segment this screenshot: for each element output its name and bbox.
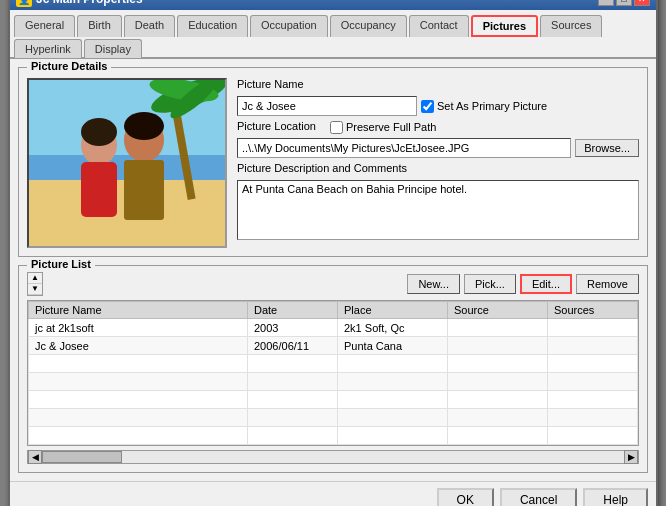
cell-place (338, 391, 448, 409)
pick-button[interactable]: Pick... (464, 274, 516, 294)
cell-name (29, 373, 248, 391)
col-picture-name: Picture Name (29, 302, 248, 319)
tab-sources[interactable]: Sources (540, 15, 602, 37)
cell-sources (548, 373, 638, 391)
scroll-track[interactable] (42, 451, 624, 463)
table-row[interactable] (29, 391, 638, 409)
cell-sources (548, 427, 638, 445)
preserve-path-label[interactable]: Preserve Full Path (330, 121, 436, 134)
picture-location-label: Picture Location (237, 120, 316, 132)
picture-name-label: Picture Name (237, 78, 639, 90)
cell-place: 2k1 Soft, Qc (338, 319, 448, 337)
scroll-thumb[interactable] (42, 451, 122, 463)
location-input-row: Browse... (237, 138, 639, 158)
cell-date (248, 373, 338, 391)
table-row[interactable]: jc at 2k1soft20032k1 Soft, Qc (29, 319, 638, 337)
cell-place: Punta Cana (338, 337, 448, 355)
picture-name-input[interactable] (237, 96, 417, 116)
tab-display[interactable]: Display (84, 39, 142, 58)
tab-occupancy[interactable]: Occupancy (330, 15, 407, 37)
cell-place (338, 409, 448, 427)
tab-occupation[interactable]: Occupation (250, 15, 328, 37)
table-header-row: Picture Name Date Place Source Sources (29, 302, 638, 319)
cell-place (338, 427, 448, 445)
cell-source (448, 427, 548, 445)
tabs-bar: General Birth Death Education Occupation… (10, 10, 656, 59)
picture-list-section: Picture List ▲ ▼ New... Pick... Edit... … (18, 265, 648, 473)
description-label-text: Picture Description and Comments (237, 162, 407, 174)
table-row[interactable]: Jc & Josee2006/06/11Punta Cana (29, 337, 638, 355)
cell-sources (548, 337, 638, 355)
tab-general[interactable]: General (14, 15, 75, 37)
scroll-left-button[interactable]: ◀ (28, 450, 42, 464)
maximize-button[interactable]: □ (616, 0, 632, 6)
close-button[interactable]: ✕ (634, 0, 650, 6)
cell-name (29, 427, 248, 445)
set-primary-label[interactable]: Set As Primary Picture (421, 100, 547, 113)
edit-button[interactable]: Edit... (520, 274, 572, 294)
browse-button[interactable]: Browse... (575, 139, 639, 157)
title-bar-left: 👤 Jc Main Properties (16, 0, 143, 7)
new-button[interactable]: New... (407, 274, 460, 294)
picture-details-label: Picture Details (27, 60, 111, 72)
cell-sources (548, 319, 638, 337)
tab-pictures[interactable]: Pictures (471, 15, 538, 37)
picture-table: Picture Name Date Place Source Sources j… (28, 301, 638, 445)
window-icon: 👤 (16, 0, 32, 7)
cell-date (248, 409, 338, 427)
ok-button[interactable]: OK (437, 488, 494, 506)
set-primary-checkbox[interactable] (421, 100, 434, 113)
cell-source (448, 337, 548, 355)
cell-name (29, 391, 248, 409)
svg-point-12 (124, 112, 164, 140)
picture-list-label: Picture List (27, 258, 95, 270)
preserve-path-checkbox[interactable] (330, 121, 343, 134)
set-primary-text: Set As Primary Picture (437, 100, 547, 112)
scroll-right-button[interactable]: ▶ (624, 450, 638, 464)
table-row[interactable] (29, 355, 638, 373)
bottom-bar: OK Cancel Help (10, 481, 656, 506)
cancel-button[interactable]: Cancel (500, 488, 577, 506)
picture-name-row: Set As Primary Picture (237, 96, 639, 116)
cell-sources (548, 355, 638, 373)
cell-place (338, 355, 448, 373)
picture-location-header: Picture Location Preserve Full Path (237, 120, 639, 134)
tab-education[interactable]: Education (177, 15, 248, 37)
picture-table-container: Picture Name Date Place Source Sources j… (27, 300, 639, 446)
horizontal-scrollbar[interactable]: ◀ ▶ (27, 450, 639, 464)
cell-source (448, 319, 548, 337)
cell-name: Jc & Josee (29, 337, 248, 355)
scroll-down-arrow[interactable]: ▼ (28, 284, 42, 295)
tab-contact[interactable]: Contact (409, 15, 469, 37)
photo-display (27, 78, 227, 248)
table-row[interactable] (29, 409, 638, 427)
main-content: Picture Details (10, 59, 656, 481)
scroll-arrows[interactable]: ▲ ▼ (27, 272, 43, 296)
help-button[interactable]: Help (583, 488, 648, 506)
description-label: Picture Description and Comments (237, 162, 639, 174)
main-window: 👤 Jc Main Properties − □ ✕ General Birth… (8, 0, 658, 506)
svg-point-11 (81, 118, 117, 146)
title-controls: − □ ✕ (598, 0, 650, 6)
col-sources: Sources (548, 302, 638, 319)
list-buttons: New... Pick... Edit... Remove (407, 274, 639, 294)
tab-birth[interactable]: Birth (77, 15, 122, 37)
cell-source (448, 373, 548, 391)
table-row[interactable] (29, 373, 638, 391)
col-place: Place (338, 302, 448, 319)
tab-death[interactable]: Death (124, 15, 175, 37)
description-textarea[interactable]: At Punta Cana Beach on Bahia Principe ho… (237, 180, 639, 240)
cell-date (248, 355, 338, 373)
cell-source (448, 409, 548, 427)
picture-list-header: ▲ ▼ New... Pick... Edit... Remove (27, 272, 639, 296)
remove-button[interactable]: Remove (576, 274, 639, 294)
title-bar: 👤 Jc Main Properties − □ ✕ (10, 0, 656, 10)
scroll-up-arrow[interactable]: ▲ (28, 273, 42, 284)
location-input[interactable] (237, 138, 571, 158)
preserve-path-text: Preserve Full Path (346, 121, 436, 133)
svg-rect-8 (81, 162, 117, 217)
minimize-button[interactable]: − (598, 0, 614, 6)
cell-date (248, 427, 338, 445)
table-row[interactable] (29, 427, 638, 445)
tab-hyperlink[interactable]: Hyperlink (14, 39, 82, 58)
